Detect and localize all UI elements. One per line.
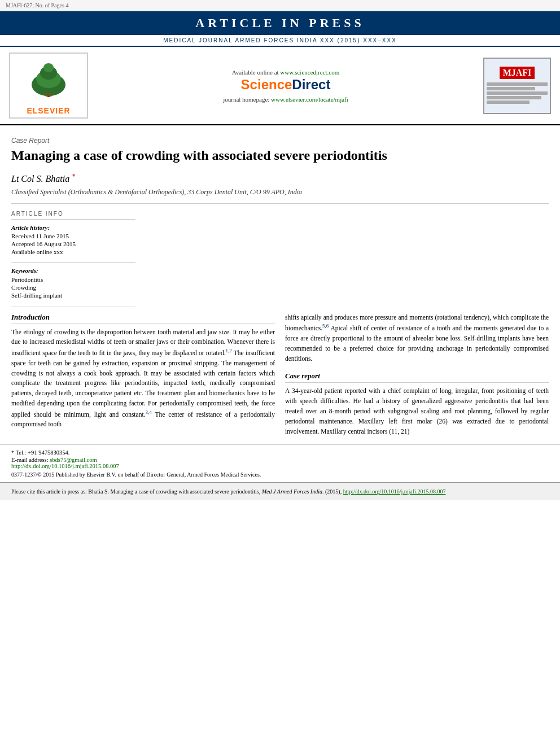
mjafi-logo: MJAFI: [483, 58, 551, 114]
footer-section: * Tel.: +91 9475830354. E-mail address: …: [0, 444, 560, 482]
available-text: Available online at www.sciencedirect.co…: [99, 69, 472, 76]
received-date: Received 11 June 2015: [11, 233, 135, 239]
elsevier-logo: ELSEVIER: [9, 53, 88, 119]
article-history-label: Article history:: [11, 224, 135, 231]
journal-homepage-url[interactable]: www.elsevier.com/locate/mjafi: [271, 96, 348, 103]
body-content: Introduction The etiology of crowding is…: [11, 313, 549, 437]
header-section: ELSEVIER Available online at www.science…: [0, 47, 560, 125]
top-bar-left: MJAFI-627; No. of Pages 4: [6, 2, 68, 8]
body-right: shifts apically and produces more pressu…: [285, 313, 549, 437]
footer-doi-line: http://dx.doi.org/10.1016/j.mjafi.2015.0…: [11, 463, 549, 469]
mjafi-line-1: [487, 82, 548, 86]
svg-point-4: [43, 63, 54, 72]
keywords-section: Keywords: Periodontitis Crowding Self-dr…: [11, 262, 135, 307]
aip-banner: ARTICLE IN PRESS: [0, 11, 560, 35]
citation-prefix: Please cite this article in press as: Bh…: [11, 488, 343, 495]
footer-copyright: 0377-1237/© 2015 Published by Elsevier B…: [11, 471, 549, 478]
journal-line-text: MEDICAL JOURNAL ARMED FORCES INDIA XXX (…: [163, 37, 397, 43]
available-online: Available online xxx: [11, 248, 135, 255]
mjafi-line-2: [487, 87, 535, 90]
author-asterisk: *: [72, 172, 75, 180]
article-info-section: ARTICLE INFO Article history: Received 1…: [11, 211, 549, 307]
journal-homepage: journal homepage: www.elsevier.com/locat…: [99, 96, 472, 103]
header-middle: Available online at www.sciencedirect.co…: [88, 69, 483, 103]
footer-email-link[interactable]: sbds75@gmail.com: [50, 457, 97, 463]
author-line: Lt Col S. Bhatia *: [11, 172, 549, 184]
elsevier-tree-svg: [23, 59, 74, 99]
mjafi-logo-inner: MJAFI: [483, 58, 551, 114]
introduction-title: Introduction: [11, 313, 275, 324]
body-left: Introduction The etiology of crowding is…: [11, 313, 275, 437]
mjafi-line-4: [487, 96, 541, 99]
left-column: ARTICLE INFO Article history: Received 1…: [11, 211, 135, 307]
keyword-crowding: Crowding: [11, 284, 135, 291]
keyword-implant: Self-drilling implant: [11, 292, 135, 299]
mjafi-line-3: [487, 91, 548, 95]
case-report-paragraph: A 34-year-old patient reported with a ch…: [285, 386, 549, 436]
article-title: Managing a case of crowding with associa…: [11, 147, 549, 164]
affiliation-line: Classified Specialist (Orthodontics & De…: [11, 188, 549, 204]
sciencedirect-logo: ScienceDirect: [99, 77, 472, 93]
main-content: Case Report Managing a case of crowding …: [0, 125, 560, 436]
svg-point-5: [44, 93, 53, 97]
elsevier-logo-inner: ELSEVIER: [9, 53, 88, 119]
sciencedirect-url[interactable]: www.sciencedirect.com: [280, 69, 339, 76]
email-label: E-mail address:: [11, 457, 50, 463]
journal-line: MEDICAL JOURNAL ARMED FORCES INDIA XXX (…: [0, 35, 560, 47]
elsevier-tree-container: [12, 56, 85, 104]
keywords-label: Keywords:: [11, 267, 135, 274]
citation-box: Please cite this article in press as: Bh…: [0, 482, 560, 500]
author-name: Lt Col S. Bhatia: [11, 174, 69, 184]
elsevier-text: ELSEVIER: [12, 106, 85, 115]
citation-doi-link[interactable]: http://dx.doi.org/10.1016/j.mjafi.2015.0…: [343, 488, 446, 495]
accepted-date: Accepted 16 August 2015: [11, 241, 135, 247]
footer-email-line: E-mail address: sbds75@gmail.com: [11, 457, 549, 463]
article-info-header: ARTICLE INFO: [11, 211, 135, 220]
top-bar: MJAFI-627; No. of Pages 4: [0, 0, 560, 11]
footer-tel: * Tel.: +91 9475830354.: [11, 449, 549, 456]
keyword-periodontitis: Periodontitis: [11, 276, 135, 283]
right-column-info: [147, 211, 549, 307]
right-intro-paragraph: shifts apically and produces more pressu…: [285, 313, 549, 364]
case-report-label: Case Report: [11, 137, 549, 145]
available-label: Available online at: [232, 69, 279, 76]
mjafi-title: MJAFI: [500, 67, 535, 79]
mjafi-content-lines: [487, 81, 548, 105]
journal-homepage-label: journal homepage:: [223, 96, 269, 103]
mjafi-line-5: [487, 101, 530, 104]
footer-doi-link[interactable]: http://dx.doi.org/10.1016/j.mjafi.2015.0…: [11, 463, 119, 469]
case-report-title: Case report: [285, 372, 549, 383]
introduction-paragraph: The etiology of crowding is the dispropo…: [11, 327, 275, 430]
aip-banner-text: ARTICLE IN PRESS: [195, 16, 364, 30]
